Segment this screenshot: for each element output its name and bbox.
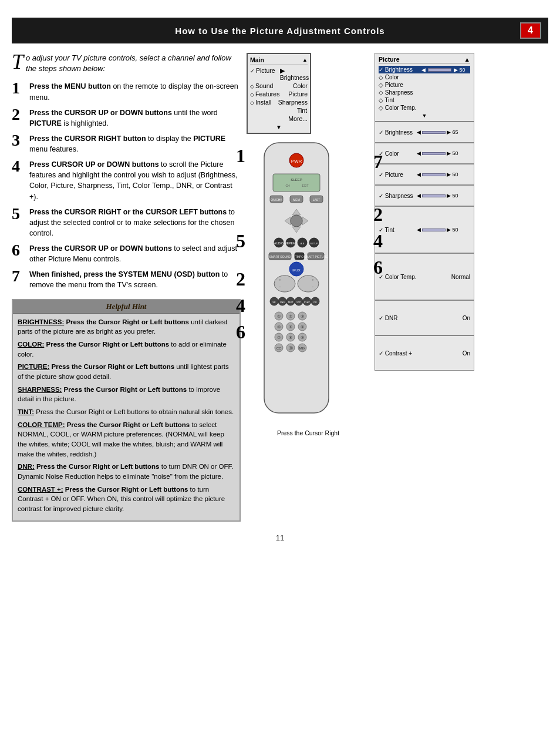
hint-picture: PICTURE: Press the Cursor Right or Left … — [18, 362, 235, 381]
tint-row-slider: ◀▶ 50 — [417, 227, 458, 233]
picture-row-slider: ◀▶ 50 — [417, 172, 458, 177]
svg-text:MIX: MIX — [299, 347, 306, 350]
colortemp-row-label: ✓ Color Temp. — [379, 274, 417, 280]
right-column: Main ▲ ✓Picture ▶ Brightness ◇Sound — [247, 53, 548, 522]
step-4: 4 Press CURSOR UP or DOWN buttons to scr… — [12, 159, 241, 202]
step-num-overlay-1: 1 — [236, 146, 245, 166]
hint-sharpness: SHARPNESS: Press the Cursor Right or Lef… — [18, 385, 235, 404]
svg-text:+: + — [312, 278, 314, 281]
menu-tint: Tint — [297, 107, 308, 114]
svg-text:TMPO: TMPO — [295, 255, 304, 258]
brightness-row-slider: ◀▶ 65 — [417, 129, 458, 135]
step-num-7: 7 — [12, 268, 25, 284]
dnr-row: ✓ DNR On — [379, 315, 470, 321]
adj-sharpness-label: ◇ Sharpness — [379, 89, 420, 96]
color-row: ✓ Color ◀▶ 50 — [379, 150, 470, 157]
svg-text:PAS: PAS — [280, 301, 285, 304]
hint-contrast: CONTRAST +: Press the Cursor Right or Le… — [18, 485, 235, 514]
hint-title: Helpful Hint — [13, 300, 239, 314]
color-single-panel: ✓ Color ◀▶ 50 — [375, 143, 474, 164]
step-text-2: Press the CURSOR UP or DOWN buttons unti… — [29, 107, 241, 129]
step-num-overlay-6b: 6 — [236, 322, 245, 342]
steps-list: 1 Press the MENU button on the remote to… — [12, 81, 241, 290]
svg-point-34 — [274, 276, 295, 292]
step-num-3: 3 — [12, 132, 25, 149]
adj-sharpness-item: ◇ Sharpness — [379, 89, 470, 96]
brightness-single-panel: ✓ Brightness ◀▶ 65 — [375, 122, 474, 143]
header-bar: How to Use the Picture Adjustment Contro… — [12, 18, 548, 43]
dnr-single-panel: ✓ DNR On — [375, 300, 474, 335]
step-text-3: Press the CURSOR RIGHT button to display… — [29, 133, 241, 154]
svg-text:LAST: LAST — [313, 198, 321, 201]
menu-sharpness: Sharpness — [278, 99, 308, 106]
step-num-1: 1 — [12, 80, 25, 96]
menu-color: Color — [293, 82, 308, 89]
diamond-icon: ◇ — [250, 83, 254, 89]
contrast-single-panel: ✓ Contrast + On — [375, 335, 474, 371]
tint-row: ✓ Tint ◀▶ 50 — [379, 227, 470, 233]
svg-text:MUX: MUX — [292, 268, 300, 272]
adj-colortemp-item: ◇ Color Temp. — [379, 104, 470, 112]
adj-down-arrow: ▼ — [379, 113, 470, 119]
svg-text:A-B: A-B — [301, 242, 305, 245]
sharpness-row-slider: ◀▶ 50 — [417, 193, 458, 199]
colortemp-row-value: Normal — [451, 274, 470, 280]
contrast-row-label: ✓ Contrast + — [379, 350, 417, 357]
hint-brightness: BRIGHTNESS: Press the Cursor Right or Le… — [18, 317, 235, 337]
adj-brightness-slider: ◀▶ 50 — [421, 67, 465, 73]
intro-text: T o adjust your TV picture controls, sel… — [12, 53, 241, 74]
sharpness-row: ✓ Sharpness ◀▶ 50 — [379, 193, 470, 199]
svg-rect-3 — [273, 174, 320, 192]
hint-content: BRIGHTNESS: Press the Cursor Right or Le… — [13, 314, 239, 520]
menu-more: More... — [288, 115, 308, 122]
page: How to Use the Picture Adjustment Contro… — [0, 0, 560, 729]
svg-text:SMART SOUND: SMART SOUND — [269, 255, 291, 258]
step-7: 7 When finished, press the SYSTEM MENU (… — [12, 269, 241, 290]
picture-row: ✓ Picture ◀▶ 50 — [379, 172, 470, 178]
contrast-row-value: On — [463, 350, 470, 357]
step-num-5: 5 — [12, 206, 25, 222]
adj-tint-label: ◇ Tint — [379, 97, 420, 103]
step-5: 5 Press the CURSOR RIGHT or the CURSOR L… — [12, 207, 241, 238]
svg-point-17 — [291, 215, 302, 227]
dnr-row-value: On — [463, 315, 470, 321]
dnr-row-label: ✓ DNR — [379, 315, 417, 321]
svg-text:⑥: ⑥ — [301, 325, 304, 329]
svg-text:SLEEP: SLEEP — [291, 178, 302, 182]
menu-brightness: ▶ Brightness — [280, 67, 309, 81]
svg-text:−: − — [279, 285, 281, 288]
svg-text:STP: STP — [296, 301, 301, 304]
sharpness-single-panel: ✓ Sharpness ◀▶ 50 — [375, 185, 474, 206]
menu-row-more: More... — [250, 115, 308, 123]
svg-text:ON/CHK: ON/CHK — [271, 198, 282, 201]
svg-text:MUT: MUT — [288, 301, 294, 304]
svg-text:SMART PICTURE: SMART PICTURE — [304, 255, 328, 258]
intro-body: o adjust your TV picture controls, selec… — [26, 53, 231, 73]
step-num-overlay-6c: 6 — [373, 257, 383, 278]
adj-top-title: Picture — [379, 56, 400, 63]
svg-text:CH: CH — [285, 184, 290, 187]
step-text-7: When finished, press the SYSTEM MENU (OS… — [29, 269, 241, 290]
brightness-row: ✓ Brightness ◀▶ 65 — [379, 129, 470, 136]
step-text-5: Press the CURSOR RIGHT or the CURSOR LEF… — [29, 207, 241, 238]
left-column: T o adjust your TV picture controls, sel… — [12, 53, 241, 522]
svg-text:OK: OK — [313, 301, 317, 304]
hint-color: COLOR: Press the Cursor Right or Left bu… — [18, 340, 235, 359]
svg-text:PWR: PWR — [291, 159, 302, 164]
adj-colortemp-label: ◇ Color Temp. — [379, 105, 420, 111]
svg-text:②: ② — [289, 314, 292, 318]
svg-text:③: ③ — [301, 314, 304, 318]
svg-text:④: ④ — [277, 325, 281, 329]
hint-colortemp: COLOR TEMP: Press the Cursor Right or Le… — [18, 420, 235, 459]
svg-text:①: ① — [277, 314, 281, 318]
adj-color-label: ◇ Color — [379, 74, 420, 80]
step-text-1: Press the MENU button on the remote to d… — [29, 81, 241, 102]
step-num-overlay-2c: 2 — [373, 204, 383, 225]
adjustment-panels: Picture ▲ ✓ Brightness ◀▶ 50 ◇ Color ◇ P… — [375, 53, 474, 522]
step-6: 6 Press the CURSOR UP or DOWN buttons to… — [12, 243, 241, 264]
step-num-overlay-4c: 4 — [373, 231, 383, 251]
adj-brightness-item: ✓ Brightness ◀▶ 50 — [379, 66, 470, 73]
svg-text:⑤: ⑤ — [289, 325, 292, 329]
color-row-label: ✓ Color — [379, 150, 417, 157]
menu-picture: Picture — [288, 90, 308, 98]
